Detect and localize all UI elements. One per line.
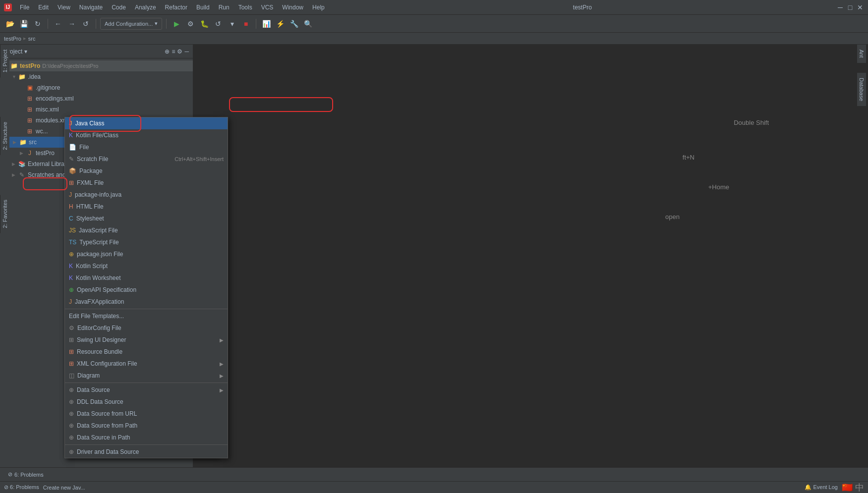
submenu-openapi[interactable]: ⊕ OpenAPI Specification — [65, 284, 228, 296]
submenu-file[interactable]: 📄 File — [65, 141, 228, 153]
html-icon: H — [69, 203, 73, 210]
idea-folder-icon: 📁 — [18, 73, 26, 81]
submenu-ds-url[interactable]: ⊕ Data Source from URL — [65, 408, 228, 420]
debug-button[interactable]: 🐛 — [198, 18, 210, 30]
problems-tab[interactable]: ⊘ 6: Problems — [4, 470, 48, 479]
breadcrumb-project[interactable]: testPro — [4, 36, 21, 42]
submenu-data-source[interactable]: ⊕ Data Source ▶ — [65, 384, 228, 396]
tree-root[interactable]: ▼ 📁 testPro D:\IdeaProjects\testPro — [0, 60, 193, 71]
project-tab[interactable]: 1: Project — [0, 45, 9, 77]
submenu-driver-source[interactable]: ⊕ Driver and Data Source — [65, 446, 228, 458]
rb-label: Resource Bundle — [77, 348, 122, 355]
submenu-pkg-json[interactable]: ⊕ package.json File — [65, 248, 228, 260]
menu-refactor[interactable]: Refactor — [161, 3, 191, 12]
submenu-js[interactable]: JS JavaScript File — [65, 224, 228, 236]
menu-file[interactable]: File — [16, 3, 33, 12]
data-source-icon: ⊕ — [69, 386, 74, 393]
submenu-kotlin-script[interactable]: K Kotlin Script — [65, 260, 228, 272]
maximize-button[interactable]: □ — [846, 3, 854, 11]
menu-help[interactable]: Help — [308, 3, 329, 12]
submenu-javafx[interactable]: J JavaFXApplication — [65, 296, 228, 308]
menu-analyze[interactable]: Analyze — [131, 3, 160, 12]
status-bar: ⊘ 6: Problems Create new Jav... 🔔 Event … — [0, 481, 868, 493]
project-locate-icon[interactable]: ⊕ — [165, 48, 170, 55]
pkg-json-icon: ⊕ — [69, 251, 74, 258]
submenu-ts[interactable]: TS TypeScript File — [65, 236, 228, 248]
menu-build[interactable]: Build — [192, 3, 214, 12]
add-configuration-button[interactable]: Add Configuration... ▾ — [100, 18, 162, 30]
rerun-button[interactable]: ↺ — [212, 18, 224, 30]
sync-button[interactable]: ↻ — [32, 18, 44, 30]
submenu-diagram[interactable]: ◫ Diagram ▶ — [65, 370, 228, 382]
ds-url-icon: ⊕ — [69, 410, 74, 417]
submenu-kotlin-file[interactable]: K Kotlin File/Class — [65, 129, 228, 141]
submenu-ds-in-path[interactable]: ⊕ Data Source in Path — [65, 432, 228, 443]
search-button[interactable]: 🔍 — [302, 18, 314, 30]
src-label: src — [29, 139, 37, 146]
submenu-editorconfig[interactable]: ⚙ EditorConfig File — [65, 322, 228, 334]
submenu-edit-templates[interactable]: Edit File Templates... — [65, 310, 228, 322]
submenu-java-class[interactable]: J Java Class — [65, 117, 228, 129]
submenu-xml-config[interactable]: ⊞ XML Configuration File ▶ — [65, 358, 228, 370]
dsip-left: ⊕ Data Source in Path — [69, 434, 130, 441]
testpro-label: testPro — [36, 150, 55, 157]
submenu-ds-path[interactable]: ⊕ Data Source from Path — [65, 420, 228, 432]
submenu-stylesheet[interactable]: C Stylesheet — [65, 213, 228, 224]
menu-edit[interactable]: Edit — [34, 3, 53, 12]
toolbar-sep-2 — [96, 19, 96, 29]
et-left: Edit File Templates... — [69, 313, 124, 320]
menu-code[interactable]: Code — [108, 3, 130, 12]
menu-navigate[interactable]: Navigate — [75, 3, 107, 12]
submenu-swing-ui[interactable]: ⊞ Swing UI Designer ▶ — [65, 334, 228, 346]
attach-btn[interactable]: ▾ — [226, 18, 238, 30]
ds-path-icon: ⊕ — [69, 422, 74, 429]
tree-idea[interactable]: ▼ 📁 .idea — [0, 71, 193, 82]
project-header-actions: ⊕ ≡ ⚙ ─ — [165, 48, 189, 55]
save-button[interactable]: 💾 — [18, 18, 30, 30]
forward-button[interactable]: → — [66, 18, 78, 30]
tree-misc[interactable]: ⊞ misc.xml — [0, 104, 193, 115]
stop-button[interactable]: ■ — [240, 18, 252, 30]
submenu-scratch[interactable]: ✎ Scratch File Ctrl+Alt+Shift+Insert — [65, 153, 228, 165]
minimize-button[interactable]: ─ — [836, 3, 844, 11]
submenu-resource-bundle[interactable]: ⊞ Resource Bundle — [65, 346, 228, 358]
undo-button[interactable]: ↺ — [80, 18, 92, 30]
back-button[interactable]: ← — [52, 18, 64, 30]
favorites-tab[interactable]: 2: Favorites — [0, 195, 9, 233]
close-button[interactable]: ✕ — [856, 3, 864, 11]
menu-tools[interactable]: Tools — [234, 3, 256, 12]
coverage-button[interactable]: 📊 — [260, 18, 272, 30]
title-bar-left: IJ File Edit View Navigate Code Analyze … — [4, 3, 329, 12]
run-button[interactable]: ▶ — [171, 18, 182, 30]
menu-window[interactable]: Window — [278, 3, 307, 12]
toolbar-sep-4 — [256, 19, 256, 29]
open-folder-button[interactable]: 📂 — [4, 18, 16, 30]
profiler-button[interactable]: ⚡ — [274, 18, 286, 30]
project-collapse-icon[interactable]: ≡ — [172, 48, 175, 55]
submenu-ddl-source[interactable]: ⊕ DDL Data Source — [65, 396, 228, 408]
database-tab[interactable]: Database — [857, 73, 867, 106]
submenu-fxml[interactable]: ⊞ FXML File — [65, 177, 228, 189]
submenu-html[interactable]: H HTML File — [65, 201, 228, 213]
java-class-icon: J — [69, 120, 72, 127]
tree-encodings[interactable]: ⊞ encodings.xml — [0, 93, 193, 104]
event-log-link[interactable]: 🔔 Event Log — [805, 484, 838, 491]
tools-button[interactable]: 🔧 — [288, 18, 300, 30]
submenu-package[interactable]: 📦 Package — [65, 165, 228, 177]
tree-gitignore[interactable]: ▣ .gitignore — [0, 82, 193, 93]
submenu-kotlin-ws[interactable]: K Kotlin Worksheet — [65, 272, 228, 284]
menu-vcs[interactable]: VCS — [257, 3, 278, 12]
status-problems[interactable]: ⊘ 6: Problems — [4, 484, 39, 491]
structure-tab[interactable]: 2: Structure — [0, 117, 9, 155]
bottom-panel: ⊘ 6: Problems — [0, 467, 868, 481]
ant-tab[interactable]: Ant — [857, 45, 867, 63]
project-dropdown-icon[interactable]: ▾ — [24, 48, 27, 55]
breadcrumb-src[interactable]: src — [28, 36, 36, 42]
submenu-pkg-info[interactable]: J package-info.java — [65, 189, 228, 201]
build-button[interactable]: ⚙ — [184, 18, 196, 30]
dsip-label: Data Source in Path — [77, 434, 130, 441]
menu-view[interactable]: View — [54, 3, 74, 12]
menu-run[interactable]: Run — [215, 3, 233, 12]
project-settings-icon[interactable]: ⚙ — [177, 48, 182, 55]
project-close-icon[interactable]: ─ — [184, 48, 189, 55]
